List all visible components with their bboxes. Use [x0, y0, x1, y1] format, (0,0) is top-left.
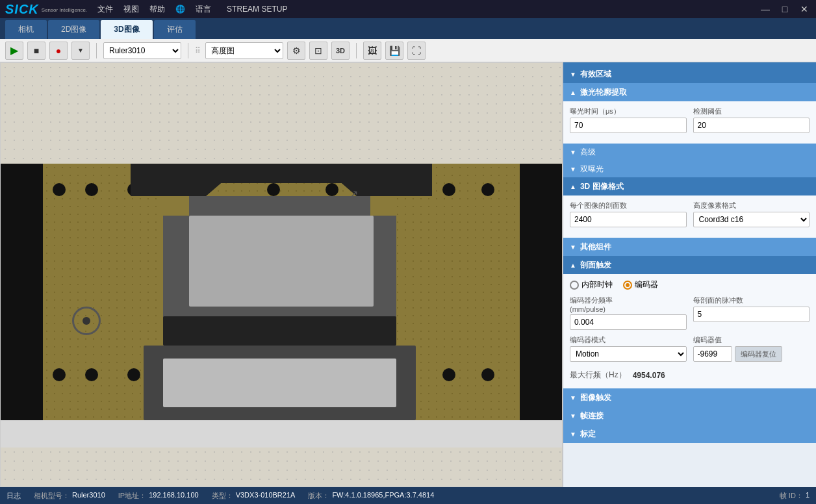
close-button[interactable]: ✕	[798, 4, 811, 14]
dual-exposure-title: 双曝光	[580, 164, 604, 175]
encoder-reset-button[interactable]: 编码器复位	[735, 346, 782, 362]
section-calibration-header[interactable]: ▼ 标定	[563, 425, 816, 443]
save-image-button[interactable]: 🖼	[363, 42, 381, 60]
maximize-button[interactable]: □	[778, 4, 791, 14]
dark-right-panel	[520, 164, 562, 420]
dark-left-panel	[1, 164, 43, 420]
advanced-header[interactable]: ▼ 高级	[563, 144, 816, 160]
hole-14	[481, 368, 494, 381]
ip-value: 192.168.10.100	[149, 491, 198, 501]
encoder-rate-input[interactable]	[570, 314, 687, 330]
bottom-light-piece	[163, 359, 396, 407]
statusbar: 日志 相机型号： Ruler3010 IP地址： 192.168.10.100 …	[0, 487, 816, 504]
section-image-trigger: ▼ 图像触发	[563, 388, 816, 407]
export-button[interactable]: 💾	[385, 42, 403, 60]
dark-band	[163, 316, 396, 346]
max-freq-label: 最大行频（Hz）	[570, 370, 626, 381]
pixel-format-select[interactable]: Coord3d c16 Coord3d a16 Coord3d abc16	[693, 212, 810, 227]
hole-1	[53, 183, 66, 196]
slices-input[interactable]	[570, 212, 687, 227]
menu-file[interactable]: 文件	[97, 4, 113, 15]
arrow-frame-connection: ▼	[570, 412, 576, 420]
camera-select[interactable]: Ruler3010	[103, 42, 181, 59]
hole-7	[442, 183, 455, 196]
camera-model-item: 相机型号： Ruler3010	[34, 491, 105, 501]
pulses-input[interactable]	[693, 307, 810, 322]
section-other-components: ▼ 其他组件	[563, 238, 816, 256]
section-laser-header[interactable]: ▲ 激光轮廓提取	[563, 83, 816, 101]
3d-button[interactable]: 3D	[331, 42, 350, 60]
section-calibration: ▼ 标定	[563, 425, 816, 443]
encoder-rate-label: 编码器分频率 (mm/pulse)	[570, 296, 687, 313]
image-format-title: 3D 图像格式	[580, 181, 624, 192]
separator-2	[188, 43, 188, 58]
section-trigger-header[interactable]: ▲ 剖面触发	[563, 256, 816, 274]
tab-3d-image[interactable]: 3D图像	[101, 20, 152, 39]
record-dropdown-button[interactable]: ▼	[71, 42, 90, 60]
arrow-calibration: ▼	[570, 431, 576, 438]
encoder-radio-label: 编码器	[635, 279, 658, 290]
hole-5	[325, 183, 338, 196]
encoder-mode-label: 编码器模式	[570, 335, 687, 345]
threshold-col: 检测阈值	[693, 107, 810, 133]
version-value: FW:4.1.0.18965,FPGA:3.7.4814	[332, 491, 434, 501]
section-image-format-header[interactable]: ▲ 3D 图像格式	[563, 177, 816, 195]
corner-notch-tl	[163, 196, 189, 216]
section-image-format: ▲ 3D 图像格式 每个图像的剖面数 高度像素格式 Coord3d c16 Co…	[563, 177, 816, 238]
hole-4	[267, 183, 280, 196]
toolbar: ▶ ■ ● ▼ Ruler3010 ⠿ 高度图 ⚙ ⊡ 3D 🖼 💾 ⛶	[0, 39, 816, 62]
settings-button[interactable]: ⚙	[287, 42, 305, 60]
tab-evaluate[interactable]: 评估	[154, 20, 196, 39]
image-panel[interactable]: ↗	[0, 62, 563, 487]
menu-help[interactable]: 帮助	[149, 4, 165, 15]
subtitle: Sensor Intelligence.	[42, 7, 87, 13]
fit-button[interactable]: ⊡	[309, 42, 327, 60]
encoder-value-col: 编码器值 编码器复位	[693, 335, 810, 362]
encoder-mode-select[interactable]: Motion Forward Backward Any	[570, 346, 687, 362]
top-dotted-area	[1, 63, 562, 164]
type-item: 类型： V3DX3-010BR21A	[212, 491, 296, 501]
dual-exposure-header[interactable]: ▼ 双曝光	[563, 160, 816, 177]
record-button[interactable]: ●	[49, 42, 68, 60]
stop-button[interactable]: ■	[27, 42, 45, 60]
encoder-circle	[623, 281, 632, 290]
trigger-content: 内部时钟 编码器 编码器分频率 (mm/pulse) 每剖面的脉冲数	[563, 274, 816, 388]
section-laser-extraction: ▲ 激光轮廓提取 曝光时间（μs） 检测阈值 ▼ 高级	[563, 83, 816, 177]
menu-language[interactable]: 语言	[196, 4, 211, 15]
encoder-value-input[interactable]	[693, 346, 732, 362]
max-freq-row: 最大行频（Hz） 4954.076	[570, 367, 810, 383]
camera-model-value: Ruler3010	[72, 491, 105, 501]
minimize-button[interactable]: —	[759, 4, 772, 14]
tab-2d-image[interactable]: 2D图像	[48, 20, 99, 39]
menu-view[interactable]: 视图	[123, 4, 139, 15]
section-valid-area-header[interactable]: ▼ 有效区域	[563, 65, 816, 83]
menu-bar: 文件 视图 帮助 🌐 语言 STREAM SETUP	[97, 4, 287, 15]
threshold-label: 检测阈值	[693, 107, 810, 116]
encoder-rate-row: 编码器分频率 (mm/pulse) 每剖面的脉冲数	[570, 296, 810, 330]
frame-id-item: 帧 ID： 1	[780, 491, 810, 501]
bottom-dotted-area	[1, 447, 562, 486]
fullscreen-button[interactable]: ⛶	[407, 42, 426, 60]
view-select[interactable]: 高度图	[205, 42, 283, 59]
encoder-mode-col: 编码器模式 Motion Forward Backward Any	[570, 335, 687, 362]
section-image-trigger-header[interactable]: ▼ 图像触发	[563, 388, 816, 407]
section-other-header[interactable]: ▼ 其他组件	[563, 238, 816, 256]
valid-area-title: 有效区域	[580, 69, 611, 80]
other-title: 其他组件	[580, 242, 611, 253]
play-button[interactable]: ▶	[5, 42, 23, 60]
image-format-content: 每个图像的剖面数 高度像素格式 Coord3d c16 Coord3d a16 …	[563, 195, 816, 238]
section-frame-connection-header[interactable]: ▼ 帧连接	[563, 407, 816, 425]
encoder-radio[interactable]: 编码器	[623, 279, 658, 290]
frame-id-label: 帧 ID：	[780, 491, 803, 501]
exposure-input[interactable]	[570, 118, 687, 133]
max-freq-value: 4954.076	[633, 371, 665, 380]
internal-clock-radio[interactable]: 内部时钟	[570, 279, 613, 290]
threshold-input[interactable]	[693, 118, 810, 133]
tabbar: 相机 2D图像 3D图像 评估	[0, 18, 816, 39]
image-canvas: ↗	[1, 63, 562, 486]
exposure-row: 曝光时间（μs） 检测阈值	[570, 107, 810, 133]
hole-8	[481, 183, 494, 196]
type-label: 类型：	[212, 491, 233, 501]
tab-camera[interactable]: 相机	[5, 20, 47, 39]
frame-connection-title: 帧连接	[580, 410, 604, 422]
